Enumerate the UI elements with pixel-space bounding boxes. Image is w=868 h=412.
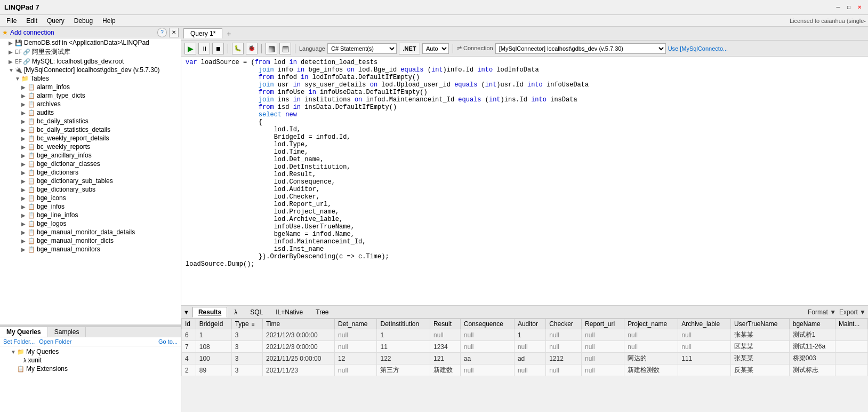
restore-button[interactable]: □ <box>845 3 853 12</box>
add-connection-link[interactable]: Add connection <box>10 29 54 36</box>
stop-button[interactable]: ⏹ <box>212 43 224 54</box>
col-type[interactable]: Type ≡ <box>231 319 262 329</box>
tab-lambda[interactable]: λ <box>228 307 243 318</box>
tree-xunit[interactable]: λ xunit <box>2 356 179 365</box>
tab-sql[interactable]: SQL <box>244 307 269 318</box>
table-cell: null <box>546 341 582 353</box>
tree-bc-daily-stats-details[interactable]: ▶ 📋 bc_daily_statistics_details <box>0 125 181 134</box>
expand-icon[interactable]: ▼ <box>183 309 189 315</box>
table-cell <box>678 365 731 376</box>
format-button[interactable]: Format ▼ <box>808 308 836 316</box>
tree-mysql[interactable]: ▶ EF 🔗 MySQL: localhost.gdbs_dev.root <box>0 57 181 66</box>
pause-button[interactable]: ⏸ <box>198 43 210 54</box>
table-icon14: 📋 <box>28 195 35 202</box>
tree-archives[interactable]: ▶ 📋 archives <box>0 100 181 108</box>
table-icon8: 📋 <box>28 144 35 150</box>
editor-tabs-bar: Query 1* + <box>181 27 868 41</box>
help-icon-btn[interactable]: ? <box>157 28 167 37</box>
table-view-button[interactable]: ▤ <box>279 43 291 54</box>
col-user-true-name[interactable]: UserTrueName <box>730 319 789 329</box>
col-detinstitiution[interactable]: DetInstitiution <box>377 319 430 329</box>
tree-aliyun[interactable]: ▶ EF 🔗 阿里云测试库 <box>0 47 181 57</box>
col-project-name[interactable]: Project_name <box>624 319 678 329</box>
menu-debug[interactable]: Debug <box>70 16 97 26</box>
table-cell: null <box>582 329 624 341</box>
open-folder-link[interactable]: Open Folder <box>39 338 71 345</box>
tree-bge-manual-data-details[interactable]: ▶ 📋 bge_manual_monitor_data_details <box>0 228 181 236</box>
col-archive-lable[interactable]: Archive_lable <box>678 319 731 329</box>
results-table-container[interactable]: Id BridgeId Type ≡ Time Det_name DetInst… <box>181 319 868 412</box>
col-bridgeid[interactable]: BridgeId <box>196 319 231 329</box>
menu-file[interactable]: File <box>2 16 21 26</box>
table-icon18: 📋 <box>28 229 35 236</box>
table-row: 410032021/11/25 0:00:0012122121aaad1212n… <box>182 353 868 365</box>
connection-select[interactable]: [MySqlConnector] localhost\gdbs_dev (v.5… <box>495 43 666 54</box>
tree-bge-manual-monitors[interactable]: ▶ 📋 bge_manual_monitors <box>0 245 181 253</box>
tree-alarm-type-dicts[interactable]: ▶ 📋 alarm_type_dicts <box>0 91 181 100</box>
col-bgename[interactable]: bgeName <box>789 319 835 329</box>
tab-results[interactable]: Results <box>192 307 227 318</box>
tree-bge-logos[interactable]: ▶ 📋 bge_logos <box>0 219 181 228</box>
tree-bge-dict-subs[interactable]: ▶ 📋 bge_dictionary_subs <box>0 185 181 194</box>
tree-bc-weekly-report-details[interactable]: ▶ 📋 bc_weekly_report_details <box>0 134 181 142</box>
debug-button[interactable]: 🐛 <box>232 43 244 54</box>
tree-bc-weekly-reports[interactable]: ▶ 📋 bc_weekly_reports <box>0 142 181 151</box>
add-tab-button[interactable]: + <box>223 28 234 39</box>
tree-my-queries-folder[interactable]: ▼ 📁 My Queries <box>2 347 179 356</box>
code-editor[interactable]: var loadSource = (from lod in detection_… <box>181 57 868 305</box>
menu-edit[interactable]: Edit <box>22 16 42 26</box>
goto-link[interactable]: Go to... <box>158 338 178 345</box>
menu-help[interactable]: Help <box>98 16 120 26</box>
tree-bge-ancillary-infos[interactable]: ▶ 📋 bge_ancillary_infos <box>0 151 181 160</box>
menubar: File Edit Query Debug Help Licensed to c… <box>0 15 868 27</box>
tree-bge-dictionar-classes[interactable]: ▶ 📋 bge_dictionar_classes <box>0 160 181 168</box>
step-button[interactable]: 🐞 <box>246 43 258 54</box>
tree-bge-manual-dicts[interactable]: ▶ 📋 bge_manual_monitor_dicts <box>0 236 181 245</box>
col-result[interactable]: Result <box>430 319 460 329</box>
col-det-name[interactable]: Det_name <box>335 319 377 329</box>
col-id[interactable]: Id <box>182 319 196 329</box>
table-cell: 4 <box>182 353 196 365</box>
close-panel-btn[interactable]: ✕ <box>169 28 179 37</box>
grid-view-button[interactable]: ▦ <box>266 43 277 54</box>
tree-bge-dictionars[interactable]: ▶ 📋 bge_dictionars <box>0 168 181 177</box>
tree-bge-line-infos[interactable]: ▶ 📋 bge_line_infos <box>0 211 181 219</box>
tab-samples[interactable]: Samples <box>48 327 86 337</box>
tree-bge-icons[interactable]: ▶ 📋 bge_icons <box>0 194 181 202</box>
dotnet-label-btn[interactable]: .NET <box>399 43 420 54</box>
run-button[interactable]: ▶ <box>184 43 196 54</box>
tab-tree[interactable]: Tree <box>310 307 334 318</box>
table-cell: null <box>582 353 624 365</box>
tree-my-extensions[interactable]: 📋 My Extensions <box>2 365 179 373</box>
minimize-button[interactable]: ─ <box>834 3 842 12</box>
table-cell: ad <box>514 353 545 365</box>
tree-tables[interactable]: ▼ 📁 Tables <box>0 74 181 83</box>
col-time[interactable]: Time <box>262 319 334 329</box>
table-cell: 2021/12/3 0:00:00 <box>262 341 334 353</box>
titlebar: LINQPad 7 ─ □ ✕ <box>0 0 868 15</box>
close-button[interactable]: ✕ <box>855 3 864 12</box>
set-folder-link[interactable]: Set Folder... <box>3 338 35 345</box>
col-maint[interactable]: Maint... <box>835 319 868 329</box>
tab-query1[interactable]: Query 1* <box>183 28 222 38</box>
col-consequence[interactable]: Consequence <box>460 319 514 329</box>
tree-mysqlconnector[interactable]: ▼ 🔌 [MySqlConnector] localhost\gdbs_dev … <box>0 66 181 74</box>
tree-bge-infos[interactable]: ▶ 📋 bge_infos <box>0 202 181 211</box>
tree-audits[interactable]: ▶ 📋 audits <box>0 108 181 117</box>
col-checker[interactable]: Checker <box>546 319 582 329</box>
language-select[interactable]: C# Statement(s) C# Expression C# Program… <box>327 43 397 54</box>
tree-alarm-infos[interactable]: ▶ 📋 alarm_infos <box>0 83 181 91</box>
table-row: 710832021/12/3 0:00:00null111234nullnull… <box>182 341 868 353</box>
tab-my-queries[interactable]: My Queries <box>0 327 48 337</box>
dotnet-select[interactable]: Auto 6 7 <box>422 43 449 54</box>
table-icon12: 📋 <box>28 178 35 185</box>
menu-query[interactable]: Query <box>43 16 69 26</box>
tree-demodb[interactable]: ▶ 💾 DemoDB.sdf in <ApplicationData>\LINQ… <box>0 38 181 47</box>
col-auditor[interactable]: Auditor <box>514 319 545 329</box>
tree-bge-dict-sub-tables[interactable]: ▶ 📋 bge_dictionary_sub_tables <box>0 177 181 185</box>
tab-il-native[interactable]: IL+Native <box>270 307 309 318</box>
connection-icon: 🔗 <box>23 49 30 56</box>
tree-bc-daily-stats[interactable]: ▶ 📋 bc_daily_statistics <box>0 117 181 125</box>
col-report-url[interactable]: Report_url <box>582 319 624 329</box>
export-button[interactable]: Export ▼ <box>839 308 866 316</box>
